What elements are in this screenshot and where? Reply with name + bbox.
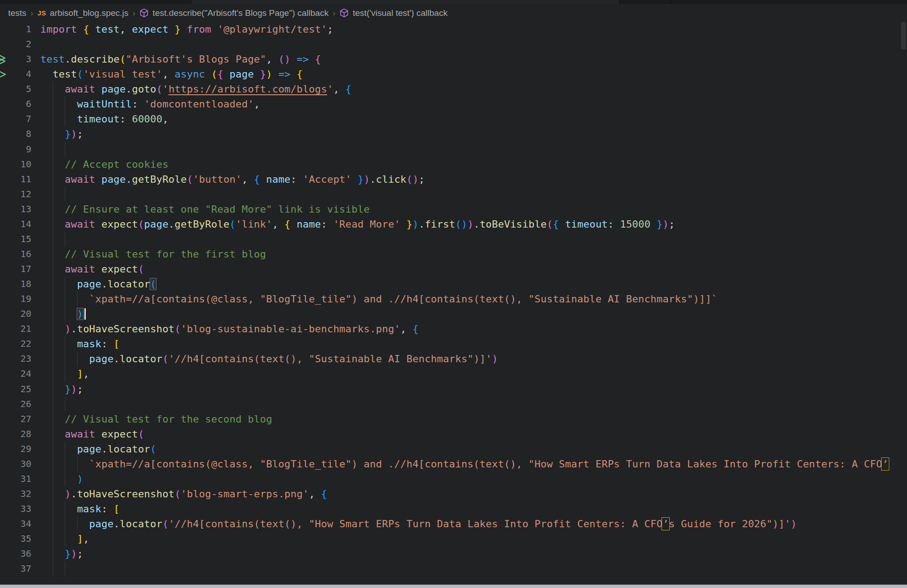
code-line[interactable]: 29 page.locator( (0, 442, 907, 457)
code-line[interactable]: 18 page.locator( (0, 277, 907, 292)
code-line[interactable]: 25 }); (0, 382, 907, 397)
code-line[interactable]: 19 `xpath=//a[contains(@class, "BlogTile… (0, 292, 907, 306)
code-token: s Guide for 2026")]' (669, 518, 791, 530)
code-token: . (126, 174, 132, 185)
code-token: => (272, 68, 297, 80)
code-token: ( (230, 219, 235, 230)
code-line[interactable]: 7 timeout: 60000, (0, 112, 907, 126)
code-token: describe (71, 53, 120, 65)
code-line[interactable]: 14 await expect(page.getByRole('link', {… (0, 217, 907, 232)
code-line[interactable]: 13 // Ensure at least one "Read More" li… (0, 202, 907, 217)
code-token (168, 24, 174, 35)
code-line-content: timeout: 60000, (31, 112, 907, 126)
line-number: 8 (0, 126, 31, 141)
indent-guide (65, 187, 65, 202)
code-token: name (290, 219, 321, 230)
code-line[interactable]: 30 `xpath=//a[contains(@class, "BlogTile… (0, 457, 907, 471)
code-token: 'Accept' (303, 174, 352, 185)
code-line[interactable]: 1import { test, expect } from '@playwrig… (0, 22, 907, 37)
code-line[interactable]: 32 ).toHaveScreenshot('blog-smart-erps.p… (0, 486, 907, 501)
code-line[interactable]: 6 waitUntil: 'domcontentloaded', (0, 97, 907, 112)
code-token: ] (77, 533, 83, 544)
code-editor[interactable]: 1import { test, expect } from '@playwrig… (0, 22, 907, 576)
code-token: ) (467, 219, 473, 230)
code-line[interactable]: 17 await expect( (0, 262, 907, 277)
code-line[interactable]: 21 ).toHaveScreenshot('blog-sustainable-… (0, 321, 907, 336)
line-number: 17 (0, 262, 31, 277)
code-line-content (31, 232, 907, 247)
code-line-content: mask: [ (31, 336, 907, 351)
code-line[interactable]: 37 (0, 561, 907, 576)
code-line[interactable]: 2 (0, 37, 907, 52)
code-token (40, 113, 77, 125)
line-number: 15 (0, 232, 31, 247)
code-token: page (77, 278, 102, 290)
code-token: [ (113, 503, 119, 515)
code-line-content (31, 397, 907, 412)
code-line[interactable]: 36 }); (0, 546, 907, 561)
code-line[interactable]: 27 // Visual test for the second blog (0, 412, 907, 427)
code-token: // Visual test for the second blog (65, 413, 272, 425)
code-line[interactable]: 11 await page.getByRole('button', { name… (0, 172, 907, 187)
vertical-scrollbar-thumb[interactable] (901, 22, 906, 49)
code-token: } (175, 24, 181, 35)
code-line[interactable]: 20 ) (0, 306, 907, 321)
breadcrumb-item[interactable]: test.describe("Arbisoft's Blogs Page") c… (139, 8, 328, 18)
run-test-icon[interactable] (0, 68, 8, 82)
code-token: . (168, 219, 174, 230)
breadcrumb-label: test('visual test') callback (353, 8, 447, 18)
code-line[interactable]: 15 (0, 232, 907, 247)
code-token: ] (77, 368, 83, 379)
code-line-content: `xpath=//a[contains(@class, "BlogTile_ti… (31, 457, 907, 471)
code-line[interactable]: 22 mask: [ (0, 336, 907, 351)
breadcrumb-separator-icon: › (31, 8, 33, 18)
line-number: 11 (0, 172, 31, 187)
code-line[interactable]: 3test.describe("Arbisoft's Blogs Page", … (0, 52, 907, 67)
run-test-icon[interactable] (0, 53, 8, 67)
horizontal-scrollbar[interactable] (0, 584, 907, 588)
code-line[interactable]: 24 ], (0, 366, 907, 381)
code-line[interactable]: 34 page.locator('//h4[contains(text(), "… (0, 516, 907, 531)
code-token: , (400, 323, 412, 335)
code-token (40, 503, 77, 515)
code-line[interactable]: 35 ], (0, 531, 907, 546)
indent-guide (65, 471, 65, 486)
code-token: . (474, 219, 480, 230)
code-line[interactable]: 4 test('visual test', async ({ page }) =… (0, 67, 907, 82)
code-token: ; (327, 24, 333, 35)
code-line[interactable]: 9 (0, 142, 907, 157)
code-token: ) (77, 308, 83, 320)
code-token: ’ (662, 518, 668, 530)
code-line-content (31, 37, 907, 52)
breadcrumb-item[interactable]: tests (8, 8, 26, 18)
code-token (40, 68, 53, 80)
code-token: page (77, 443, 102, 455)
code-line[interactable]: 23 page.locator('//h4[contains(text(), "… (0, 351, 907, 366)
code-token: } (358, 174, 363, 185)
line-number: 19 (0, 292, 31, 306)
code-token: `xpath=//a[contains(@class, "BlogTile_ti… (89, 458, 882, 470)
code-line[interactable]: 8 }); (0, 126, 907, 141)
code-token: ) (266, 68, 272, 80)
code-token: "Arbisoft's Blogs Page" (126, 53, 266, 65)
code-token: ' (162, 83, 168, 95)
code-line[interactable]: 33 mask: [ (0, 501, 907, 516)
code-line[interactable]: 5 await page.goto('https://arbisoft.com/… (0, 82, 907, 97)
code-line[interactable]: 16 // Visual test for the first blog (0, 247, 907, 262)
code-line[interactable]: 12 (0, 187, 907, 202)
indent-guide (53, 262, 53, 277)
code-token: . (113, 518, 119, 530)
code-token (400, 219, 406, 230)
code-line[interactable]: 26 (0, 397, 907, 412)
indent-guide (53, 112, 53, 126)
breadcrumb-item[interactable]: test('visual test') callback (339, 8, 447, 18)
breadcrumb-item[interactable]: JSarbisoft_blog.spec.js (37, 8, 128, 18)
code-token: ( (547, 219, 553, 230)
code-token (40, 473, 77, 485)
code-line-content: // Visual test for the first blog (31, 247, 907, 262)
code-token: : (132, 98, 144, 110)
code-line[interactable]: 10 // Accept cookies (0, 157, 907, 172)
code-line[interactable]: 31 ) (0, 471, 907, 486)
code-line[interactable]: 28 await expect( (0, 427, 907, 442)
code-token: . (419, 219, 425, 230)
